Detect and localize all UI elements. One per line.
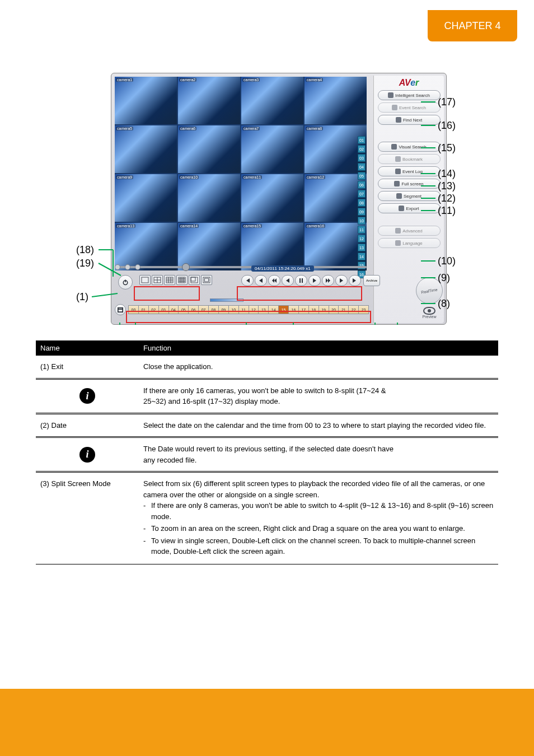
- rewind-button[interactable]: [268, 275, 280, 286]
- hour-cell[interactable]: 11: [239, 305, 249, 314]
- hour-cell[interactable]: 01: [139, 305, 149, 314]
- event-search-icon: [392, 105, 397, 110]
- hour-cell[interactable]: 00: [128, 305, 139, 314]
- hour-cell[interactable]: 19: [319, 305, 329, 314]
- realtime-dial[interactable]: RealTime: [416, 277, 443, 304]
- cell-func: Select from six (6) different split scre…: [139, 472, 498, 564]
- channel-number[interactable]: 13: [358, 244, 366, 251]
- layout-9-button[interactable]: [164, 275, 175, 285]
- prev-frame-button[interactable]: [255, 275, 267, 286]
- channel-number[interactable]: 06: [358, 181, 366, 189]
- hour-cell[interactable]: 21: [339, 305, 349, 314]
- camera-tile[interactable]: [178, 125, 240, 173]
- slider-dot[interactable]: [115, 264, 120, 270]
- channel-number[interactable]: 02: [358, 145, 366, 153]
- skip-start-button[interactable]: [241, 275, 254, 286]
- layout-1-button[interactable]: [139, 275, 151, 285]
- advanced-button[interactable]: Advanced: [378, 226, 441, 236]
- channel-number[interactable]: 01: [358, 136, 366, 144]
- camera-tile[interactable]: [115, 77, 177, 124]
- preview-toggle[interactable]: Preview: [418, 307, 441, 319]
- find-next-button[interactable]: Find Next: [378, 115, 441, 125]
- info-icon: i: [79, 447, 95, 463]
- export-button[interactable]: Export: [378, 203, 441, 213]
- channel-number[interactable]: 12: [358, 235, 366, 242]
- button-label: Full screen: [401, 181, 423, 186]
- bookmark-icon: [395, 156, 401, 162]
- hour-cell[interactable]: 07: [199, 305, 209, 314]
- progress-mini: [210, 298, 243, 302]
- svg-rect-21: [205, 278, 209, 282]
- layout-4-button[interactable]: [152, 275, 163, 285]
- pause-button[interactable]: [295, 275, 307, 286]
- cell-name: (3) Split Screen Mode: [36, 472, 139, 564]
- channel-number[interactable]: 05: [358, 172, 366, 180]
- skip-end-button[interactable]: [349, 275, 361, 286]
- camera-tile[interactable]: [241, 174, 303, 222]
- hour-cell[interactable]: 09: [219, 305, 229, 314]
- slider-knob[interactable]: [182, 263, 190, 271]
- camera-tile[interactable]: [115, 125, 177, 173]
- bookmark-button[interactable]: Bookmark: [378, 154, 441, 164]
- hour-cell[interactable]: 12: [249, 305, 259, 314]
- camera-tile[interactable]: [115, 223, 177, 270]
- fast-forward-button[interactable]: [322, 275, 334, 286]
- camera-tile[interactable]: [305, 77, 367, 124]
- channel-number[interactable]: 11: [358, 226, 366, 234]
- date-button[interactable]: [115, 304, 126, 315]
- slider-dot[interactable]: [125, 264, 130, 270]
- button-label: Advanced: [402, 228, 423, 234]
- channel-number[interactable]: 08: [358, 199, 366, 207]
- hour-cell[interactable]: 17: [299, 305, 309, 314]
- layout-8-button[interactable]: [189, 275, 200, 285]
- play-reverse-button[interactable]: [282, 275, 294, 286]
- hour-cell[interactable]: 03: [159, 305, 169, 314]
- button-label: Find Next: [403, 118, 422, 123]
- hour-cell[interactable]: 05: [179, 305, 189, 314]
- hour-cell[interactable]: 06: [189, 305, 199, 314]
- camera-tile[interactable]: [178, 77, 240, 124]
- channel-number[interactable]: 14: [358, 253, 366, 260]
- camera-tile[interactable]: [115, 174, 177, 222]
- hour-cell[interactable]: 10: [229, 305, 239, 314]
- hour-cell[interactable]: 16: [289, 305, 299, 314]
- full-screen-button[interactable]: Full screen: [378, 179, 441, 189]
- camera-tile[interactable]: [241, 125, 303, 173]
- next-frame-button[interactable]: [335, 275, 348, 286]
- hour-cell[interactable]: 08: [209, 305, 219, 314]
- visual-search-button[interactable]: Visual Search: [378, 142, 441, 152]
- info-text: If there are only 16 cameras, you won't …: [139, 379, 498, 413]
- event-log-button[interactable]: Event Log: [378, 166, 441, 176]
- hour-cell[interactable]: 22: [349, 305, 359, 314]
- intelligent-search-button[interactable]: Intelligent Search: [378, 90, 441, 100]
- camera-tile[interactable]: [241, 77, 303, 124]
- hour-cell[interactable]: 23: [359, 305, 369, 314]
- play-button[interactable]: [308, 275, 321, 286]
- export-icon: [399, 206, 404, 211]
- language-button[interactable]: Language: [378, 238, 441, 248]
- hour-cell[interactable]: 18: [309, 305, 319, 314]
- channel-number[interactable]: 03: [358, 154, 366, 162]
- hour-cell[interactable]: 02: [149, 305, 159, 314]
- layout-16-button[interactable]: [176, 275, 188, 285]
- playback-slider[interactable]: [115, 266, 367, 269]
- archive-button[interactable]: Archive: [363, 275, 380, 286]
- camera-tile[interactable]: [178, 174, 240, 222]
- hour-cell[interactable]: 13: [259, 305, 269, 314]
- channel-number[interactable]: 04: [358, 163, 366, 171]
- exit-button[interactable]: [118, 275, 133, 290]
- segment-button[interactable]: Segment: [378, 191, 441, 201]
- channel-number[interactable]: 07: [358, 190, 366, 198]
- slider-dot[interactable]: [135, 264, 140, 270]
- channel-number[interactable]: 10: [358, 217, 366, 225]
- hour-cell[interactable]: 14: [269, 305, 279, 314]
- hour-cell[interactable]: 04: [169, 305, 179, 314]
- hour-cell[interactable]: 15: [279, 305, 289, 314]
- layout-13-button[interactable]: [201, 275, 212, 285]
- svg-rect-22: [118, 308, 123, 312]
- event-search-button[interactable]: Event Search: [378, 102, 441, 113]
- camera-tile[interactable]: [241, 223, 303, 270]
- hour-cell[interactable]: 20: [329, 305, 339, 314]
- button-label: Visual Search: [399, 144, 426, 150]
- channel-number[interactable]: 09: [358, 208, 366, 216]
